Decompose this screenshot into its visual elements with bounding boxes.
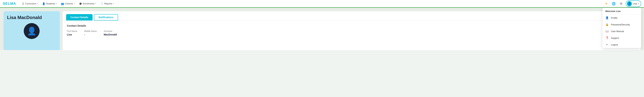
tabs-row: Contact Details Notifications — [63, 11, 640, 21]
field-middle-name: Middle Name - — [84, 30, 97, 36]
dropdown-item-logout[interactable]: ↩ Logout — [602, 41, 641, 48]
theme-toggle-button[interactable]: ☀ — [604, 1, 609, 7]
dropdown-welcome: Welcome Lisa — [602, 8, 641, 15]
dropdown-label-password: Password/Security — [611, 23, 630, 26]
cohorts-icon: 👥 — [61, 2, 64, 5]
globe-icon: 🌐 — [612, 2, 616, 6]
dropdown-item-manual[interactable]: 📖 User Manual — [602, 28, 641, 35]
nav-item-cohorts[interactable]: 👥 Cohorts ▾ — [59, 1, 76, 6]
nav-item-curriculum[interactable]: ☰ Curriculum ▾ — [20, 1, 40, 6]
section-title: Contact Details — [67, 24, 636, 27]
dropdown-label-profile: Profile — [611, 17, 618, 19]
dropdown-label-logout: Logout — [611, 43, 618, 46]
curriculum-icon: ☰ — [22, 2, 24, 5]
dropdown-label-manual: User Manual — [611, 30, 624, 33]
help-icon: ❓ — [605, 36, 609, 40]
nav-label-reports: Reports — [104, 2, 112, 5]
fields-row: First Name Lisa Middle Name - Surname Ma… — [67, 30, 636, 36]
label-surname: Surname — [104, 30, 117, 32]
value-surname: MacDonald — [104, 33, 117, 36]
dropdown-item-support[interactable]: ❓ Support — [602, 35, 641, 41]
dropdown-item-profile[interactable]: 👤 Profile — [602, 15, 641, 21]
nav-label-students: Students — [46, 2, 55, 5]
field-first-name: First Name Lisa — [67, 30, 77, 36]
avatar-icon: 👤 — [628, 2, 631, 5]
user-menu-button[interactable]: 👤 Lisa ▾ — [626, 0, 641, 7]
field-surname: Surname MacDonald — [104, 30, 117, 36]
sun-icon: ☀ — [605, 2, 608, 6]
dropdown-item-password[interactable]: 🔒 Password/Security — [602, 21, 641, 28]
contact-section: Contact Details First Name Lisa Middle N… — [63, 21, 640, 40]
profile-icon: 👤 — [605, 16, 609, 19]
nav-label-enrolments: Enrolments — [83, 2, 94, 5]
user-avatar-large: 👤 — [24, 23, 40, 39]
dropdown-label-support: Support — [611, 37, 619, 39]
navbar-right: ☀ 🌐 ⚙ 👤 Lisa ▾ — [604, 0, 641, 7]
chevron-down-icon: ▾ — [56, 3, 57, 5]
tab-notifications[interactable]: Notifications — [94, 14, 118, 21]
nav-items: ☰ Curriculum ▾ 👤 Students ▾ 👥 Cohorts ▾ … — [20, 1, 604, 6]
tab-contact-details[interactable]: Contact Details — [66, 14, 92, 21]
user-chevron-icon: ▾ — [638, 3, 639, 5]
user-full-name: Lisa MacDonald — [7, 15, 42, 20]
students-icon: 👤 — [42, 2, 45, 5]
nav-item-reports[interactable]: 📄 Reports ▾ — [98, 1, 116, 6]
right-panel: Contact Details Notifications Contact De… — [63, 11, 640, 50]
chevron-down-icon: ▾ — [113, 3, 114, 5]
chevron-down-icon: ▾ — [74, 3, 75, 5]
main-content: Lisa MacDonald 👤 Contact Details Notific… — [0, 8, 644, 50]
enrolments-icon: 🎓 — [79, 2, 82, 5]
logout-icon: ↩ — [605, 43, 609, 46]
nav-item-students[interactable]: 👤 Students ▾ — [40, 1, 58, 6]
language-button[interactable]: 🌐 — [611, 1, 616, 7]
lock-icon: 🔒 — [605, 23, 609, 26]
brand-logo[interactable]: SELMA — [3, 2, 16, 6]
avatar: 👤 — [627, 1, 632, 6]
chevron-down-icon: ▾ — [37, 3, 38, 5]
navbar: SELMA ☰ Curriculum ▾ 👤 Students ▾ 👥 Coho… — [0, 0, 644, 8]
user-dropdown-menu: Welcome Lisa 👤 Profile 🔒 Password/Securi… — [602, 8, 641, 48]
book-icon: 📖 — [605, 30, 609, 33]
left-panel: Lisa MacDonald 👤 — [4, 11, 60, 50]
reports-icon: 📄 — [100, 2, 103, 5]
value-first-name: Lisa — [67, 33, 77, 36]
nav-item-enrolments[interactable]: 🎓 Enrolments ▾ — [77, 1, 98, 6]
gear-icon: ⚙ — [620, 2, 622, 6]
settings-button[interactable]: ⚙ — [618, 1, 624, 7]
avatar-large-icon: 👤 — [27, 27, 36, 36]
nav-label-curriculum: Curriculum — [25, 2, 36, 5]
nav-label-cohorts: Cohorts — [65, 2, 73, 5]
chevron-down-icon: ▾ — [95, 3, 96, 5]
label-first-name: First Name — [67, 30, 77, 32]
user-name-label: Lisa — [633, 2, 637, 5]
label-middle-name: Middle Name — [84, 30, 97, 32]
value-middle-name: - — [84, 33, 97, 36]
